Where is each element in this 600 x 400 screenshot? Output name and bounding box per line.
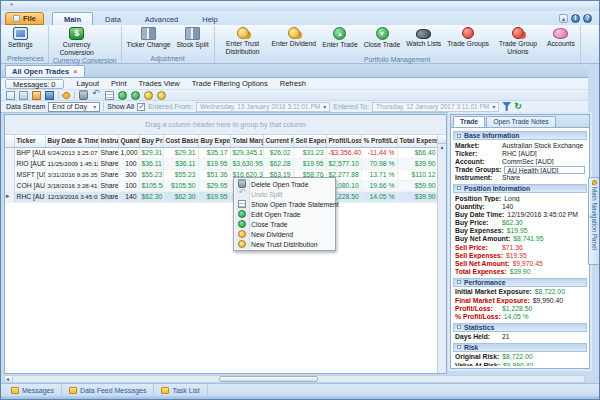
close-trade-icon[interactable] (131, 91, 140, 100)
field-value: $19.95 (507, 227, 585, 234)
scrollbar-thumb[interactable] (219, 376, 317, 382)
cell: Share (98, 147, 118, 158)
refresh-icon[interactable] (514, 102, 522, 111)
menu-item-trade-filtering-options[interactable]: Trade Filtering Options (186, 79, 274, 88)
context-menu-item-new-dividend[interactable]: New Dividend (235, 229, 334, 239)
column-header-buy-date-time[interactable]: Buy Date & Time (45, 135, 98, 147)
ribbon-button-trade-groups[interactable]: Trade Groups (444, 26, 492, 48)
ribbon-tab-advanced[interactable]: Advanced (133, 12, 190, 25)
pin-icon[interactable] (62, 90, 72, 100)
collapse-icon[interactable] (559, 14, 568, 23)
file-icon (13, 15, 20, 22)
menu-item-trades-view[interactable]: Trades View (132, 79, 185, 88)
show-all-checkbox[interactable] (137, 103, 145, 111)
ribbon-button-enter-trade[interactable]: Enter Trade (319, 26, 361, 49)
info-icon[interactable] (571, 14, 580, 23)
horizontal-scrollbar[interactable] (4, 375, 585, 383)
column-header-buy-price[interactable]: Buy Price (139, 135, 163, 147)
bottom-tab-task-list[interactable]: Task List (154, 384, 207, 396)
ribbon-button-currency-conversion[interactable]: Currency Conversion (51, 26, 103, 56)
field-value: $9,990.40 (503, 362, 585, 366)
ribbon-button-close-trade[interactable]: Close Trade (361, 26, 404, 49)
separator (58, 91, 59, 99)
help-icon[interactable] (583, 14, 592, 23)
bottom-tab-messages[interactable]: Messages (4, 384, 62, 396)
cell: $29.95 (198, 180, 230, 191)
ribbon-tab-main[interactable]: Main (52, 12, 93, 25)
menu-item-layout[interactable]: Layout (71, 79, 106, 88)
field-value: $8,741.95 (513, 235, 585, 242)
customize-icon[interactable] (19, 91, 28, 100)
column-header-instrument[interactable]: Instrument (98, 135, 118, 147)
file-button[interactable]: File (5, 12, 44, 25)
new-dividend-icon[interactable] (144, 91, 153, 100)
row-indicator (5, 147, 14, 158)
section-header-risk[interactable]: Risk (453, 343, 587, 352)
context-menu-item-edit-open-trade[interactable]: Edit Open Trade (235, 209, 334, 219)
column-header-profit-loss[interactable]: % Profit/Loss * (361, 135, 397, 147)
table-row[interactable]: RHC [AUD]12/19/2016 3:45:02 PMShare140$6… (5, 191, 438, 202)
section-title: Performance (464, 279, 506, 286)
table-row[interactable]: RIO [AUD]11/25/2009 1:45:11 PMShare100$3… (5, 158, 438, 169)
column-header-cost-basis-price[interactable]: Cost Basis Price (163, 135, 198, 147)
trade-panel-tab-trade[interactable]: Trade (453, 116, 485, 127)
table-row[interactable]: COH [AUD]3/18/2016 3:28:41 PMShare100$10… (5, 180, 438, 191)
delete-open-trade-icon[interactable] (79, 91, 88, 100)
column-header-current-price[interactable]: Current Price (263, 135, 293, 147)
vertical-scrollbar[interactable] (437, 135, 446, 373)
context-menu-item-show-open-trade-statement[interactable]: Show Open Trade Statement (235, 199, 334, 209)
cell: -$3,356.40 (326, 147, 361, 158)
group-by-band[interactable]: Drag a column header here to group by th… (5, 115, 446, 135)
ribbon-button-enter-trust-distribution[interactable]: Enter Trust Distribution (217, 26, 269, 55)
messages-button[interactable]: Messages: 0 (5, 79, 64, 89)
filter-icon[interactable] (502, 102, 511, 111)
column-header-sell-expenses[interactable]: Sell Expenses * (293, 135, 326, 147)
column-header-ticker[interactable]: Ticker (14, 135, 45, 147)
document-tab-all-open-trades[interactable]: All Open Trades × (5, 65, 85, 77)
context-menu-item-close-trade[interactable]: Close Trade (235, 219, 334, 229)
bottom-tab-data-feed-messages[interactable]: Data Feed Messages (62, 384, 155, 396)
new-window-icon[interactable] (6, 91, 15, 100)
ribbon-button-watch-lists[interactable]: Watch Lists (403, 26, 444, 48)
main-navigation-panel-tab[interactable]: Main Navigation Panel (588, 177, 599, 265)
field-value[interactable]: AU Health [AUD] (504, 166, 585, 174)
ribbon-button-ticker-change[interactable]: Ticker Change (124, 26, 174, 49)
ribbon-tab-data[interactable]: Data (93, 12, 133, 25)
undo-split-icon[interactable] (92, 91, 101, 100)
entered-to-input[interactable]: Thursday, 12 January 2017 3:11:01 PM ▾ (372, 102, 499, 112)
ribbon-button-settings[interactable]: Settings (5, 26, 36, 49)
ribbon-button-trade-group-unions[interactable]: Trade Group Unions (492, 26, 544, 55)
ribbon-button-enter-dividend[interactable]: Enter Dividend (269, 26, 320, 48)
section-header-performance[interactable]: Performance (453, 278, 587, 287)
section-header-statistics[interactable]: Statistics (453, 323, 587, 332)
scroll-up-icon[interactable] (438, 135, 446, 144)
table-row[interactable]: BHP [AUD]6/24/2013 3:25:07 PMShare1,000$… (5, 147, 438, 158)
scroll-left-icon[interactable] (5, 376, 13, 382)
trade-panel-tab-open-trade-notes[interactable]: Open Trade Notes (486, 116, 556, 127)
edit-icon[interactable] (32, 91, 41, 100)
ribbon-tab-help[interactable]: Help (190, 12, 229, 25)
save-icon[interactable] (45, 91, 54, 100)
table-row[interactable]: MSFT [USD]3/31/2016 8:26:35 PMShare300$5… (5, 169, 438, 180)
context-menu-item-delete-open-trade[interactable]: Delete Open Trade (235, 179, 334, 189)
new-trust-distribution-icon[interactable] (157, 91, 166, 100)
menu-item-refresh[interactable]: Refresh (274, 79, 312, 88)
data-stream-select[interactable]: End of Day ▾ (48, 102, 100, 112)
column-header-quantity[interactable]: Quantity (118, 135, 139, 147)
ribbon-button-accounts[interactable]: Accounts (544, 26, 578, 48)
show-statement-icon[interactable] (105, 91, 114, 100)
column-header-buy-expenses[interactable]: Buy Expenses (198, 135, 230, 147)
section-header-position-information[interactable]: Position Information (453, 184, 587, 193)
context-menu-item-new-trust-distribution[interactable]: New Trust Distribution (235, 239, 334, 249)
section-header-base-information[interactable]: Base Information (453, 131, 587, 140)
close-tab-icon[interactable]: × (73, 67, 78, 76)
edit-open-trade-icon[interactable] (118, 91, 127, 100)
column-header-total-margin[interactable]: Total Margin (230, 135, 263, 147)
cell: $36.11 (139, 158, 163, 169)
column-header-total-expense[interactable]: Total Expense (397, 135, 438, 147)
menu-item-print[interactable]: Print (105, 79, 132, 88)
context-menu-item-label: Undo Split (251, 191, 282, 198)
column-header-profit-loss[interactable]: Profit/Loss * (326, 135, 361, 147)
ribbon-button-stock-split[interactable]: Stock Split (173, 26, 211, 49)
entered-from-input[interactable]: Wednesday, 13 January 2016 3:11:01 PM ▾ (196, 102, 330, 112)
